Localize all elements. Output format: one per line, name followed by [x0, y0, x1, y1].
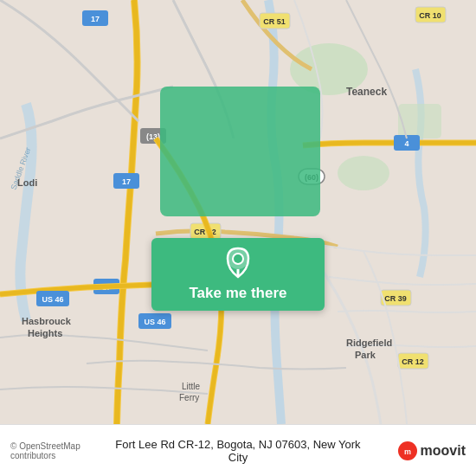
moovit-logo-icon: m — [398, 441, 417, 460]
map: 17 17 17 (13) CR 51 4 CR 10 US 46 US 46 … — [0, 0, 476, 424]
svg-rect-40 — [160, 87, 320, 216]
address-label: Fort Lee Rd CR-12, Bogota, NJ 07603, New… — [106, 438, 370, 464]
svg-text:CR 39: CR 39 — [384, 294, 407, 303]
svg-text:Teaneck: Teaneck — [346, 86, 387, 98]
svg-point-43 — [234, 254, 242, 263]
svg-text:17: 17 — [122, 177, 131, 186]
svg-text:CR 10: CR 10 — [419, 11, 441, 20]
moovit-logo: m moovit — [377, 441, 466, 460]
svg-text:Ferry: Ferry — [179, 393, 199, 402]
svg-text:Lodi: Lodi — [17, 177, 37, 188]
svg-text:Ridgefield: Ridgefield — [346, 338, 392, 348]
take-me-there-label: Take me there — [189, 285, 286, 302]
svg-text:17: 17 — [91, 15, 100, 23]
svg-text:4: 4 — [404, 139, 408, 148]
bottom-bar: © OpenStreetMap contributors Fort Lee Rd… — [0, 424, 476, 476]
svg-text:CR 51: CR 51 — [263, 17, 286, 26]
svg-text:Park: Park — [355, 350, 376, 360]
moovit-logo-text: moovit — [421, 443, 466, 459]
take-me-there-button[interactable]: Take me there — [151, 238, 325, 311]
map-attribution: © OpenStreetMap contributors — [10, 441, 99, 460]
svg-text:CR 12: CR 12 — [402, 357, 424, 366]
svg-text:Heights: Heights — [28, 328, 62, 338]
svg-text:Hasbrouck: Hasbrouck — [22, 316, 72, 326]
svg-text:m: m — [404, 447, 411, 456]
svg-text:US 46: US 46 — [144, 318, 165, 326]
svg-text:US 46: US 46 — [42, 295, 63, 304]
svg-text:Little: Little — [182, 382, 201, 391]
svg-point-2 — [338, 156, 389, 190]
